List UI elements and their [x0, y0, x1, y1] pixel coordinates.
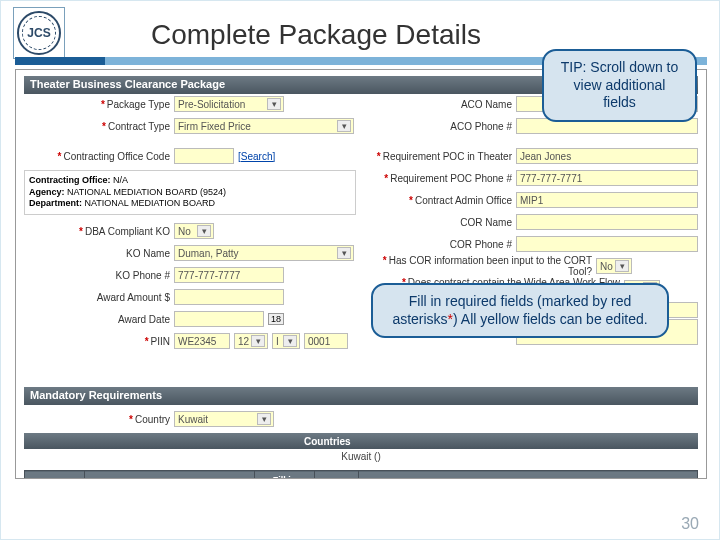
label-cort-input: Has COR information been input to the CO…	[389, 255, 592, 277]
logo: JCS	[13, 7, 65, 59]
label-ko-name: KO Name	[126, 248, 170, 259]
form-area: Theater Business Clearance Package *Pack…	[15, 69, 707, 479]
award-date-input[interactable]	[174, 311, 264, 327]
th-prescription: Prescription (See Contracting Officer's …	[359, 471, 698, 479]
contract-type-select[interactable]: Firm Fixed Price	[174, 118, 354, 134]
cort-input-select[interactable]: No	[596, 258, 632, 274]
req-poc-name-input[interactable]: Jean Jones	[516, 148, 698, 164]
label-package-type: Package Type	[107, 99, 170, 110]
label-cor-phone: COR Phone #	[450, 239, 512, 250]
logo-text: JCS	[17, 11, 61, 55]
countries-header: Countries	[24, 433, 698, 449]
dba-ko-select[interactable]: No	[174, 223, 214, 239]
piin-part1-input[interactable]: WE2345	[174, 333, 230, 349]
th-clause-number: Clause Number	[25, 471, 85, 479]
piin-part2-select[interactable]: 12	[234, 333, 268, 349]
label-award-date: Award Date	[118, 314, 170, 325]
countries-item: Kuwait ()	[24, 449, 698, 464]
label-cor-name: COR Name	[460, 217, 512, 228]
label-country: Country	[135, 414, 170, 425]
cor-phone-input[interactable]	[516, 236, 698, 252]
calendar-icon[interactable]: 18	[268, 313, 284, 325]
ko-name-select[interactable]: Duman, Patty	[174, 245, 354, 261]
ko-phone-input[interactable]: 777-777-7777	[174, 267, 284, 283]
label-contract-admin: Contract Admin Office	[415, 195, 512, 206]
page-title: Complete Package Details	[151, 19, 481, 51]
contract-admin-input[interactable]: MIP1	[516, 192, 698, 208]
piin-part3-select[interactable]: I	[272, 333, 300, 349]
piin-part4-input[interactable]: 0001	[304, 333, 348, 349]
label-contracting-office-code: Contracting Office Code	[63, 151, 170, 162]
label-aco-name: ACO Name	[461, 99, 512, 110]
clause-table: Clause Number Clause Title Fill in SOW/R…	[24, 470, 698, 479]
country-select[interactable]: Kuwait	[174, 411, 274, 427]
th-kos-guide: KO's Guide Page Ref.	[315, 471, 359, 479]
package-type-select[interactable]: Pre-Solicitation	[174, 96, 284, 112]
page-number: 30	[681, 515, 699, 533]
label-req-poc-name: Requirement POC in Theater	[383, 151, 512, 162]
th-fill-in: Fill in SOW/RFP Guide Page For N/A	[255, 471, 315, 479]
label-aco-phone: ACO Phone #	[450, 121, 512, 132]
contracting-office-info: Contracting Office: N/A Agency: NATIONAL…	[24, 170, 356, 215]
cor-name-input[interactable]	[516, 214, 698, 230]
contracting-office-code-input[interactable]	[174, 148, 234, 164]
label-req-poc-phone: Requirement POC Phone #	[390, 173, 512, 184]
label-ko-phone: KO Phone #	[116, 270, 170, 281]
label-piin: PIIN	[151, 336, 170, 347]
label-award-amount: Award Amount $	[97, 292, 170, 303]
award-amount-input[interactable]	[174, 289, 284, 305]
tip-callout: TIP: Scroll down to view additional fiel…	[542, 49, 697, 122]
label-dba-ko: DBA Compliant KO	[85, 226, 170, 237]
section-header-mandatory: Mandatory Requirements	[24, 387, 698, 405]
th-clause-title: Clause Title	[85, 471, 255, 479]
label-contract-type: Contract Type	[108, 121, 170, 132]
search-link[interactable]: [Search]	[238, 151, 275, 162]
req-poc-phone-input[interactable]: 777-777-7771	[516, 170, 698, 186]
fill-callout: Fill in required fields (marked by red a…	[371, 283, 669, 338]
